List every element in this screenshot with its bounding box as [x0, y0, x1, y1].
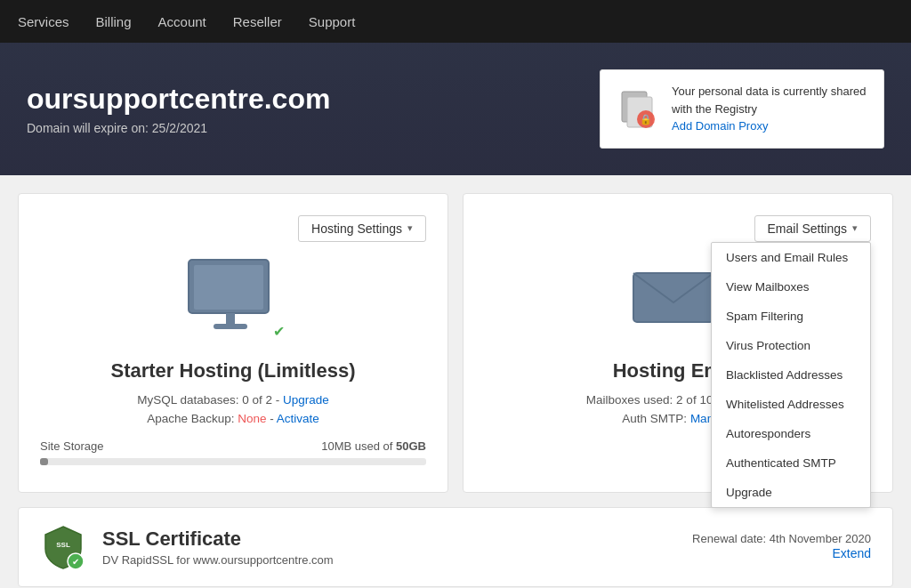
email-menu-authenticated-smtp[interactable]: Authenticated SMTP [712, 448, 870, 478]
email-card: Email Settings ▾ Users and Email Rules V… [463, 193, 893, 493]
svg-rect-6 [226, 313, 235, 326]
email-menu-virus-protection[interactable]: Virus Protection [712, 331, 870, 360]
hero-left: oursupportcentre.com Domain will expire … [27, 83, 330, 135]
ssl-renewal-date: Renewal date: 4th November 2020 [692, 532, 871, 545]
email-settings-chevron-icon: ▾ [852, 222, 858, 234]
main-content: Hosting Settings ▾ [0, 175, 911, 589]
registry-icon: 🔒 [615, 86, 659, 131]
monitor-icon: ✔ [180, 251, 286, 343]
storage-section: Site Storage 10MB used of 50GB [40, 439, 426, 465]
hosting-title: Starter Hosting (Limitless) [40, 359, 426, 383]
apache-activate-link[interactable]: Activate [277, 412, 319, 425]
email-menu-blacklisted[interactable]: Blacklisted Addresses [712, 360, 870, 390]
hosting-settings-button[interactable]: Hosting Settings ▾ [298, 215, 426, 242]
storage-bar-background [40, 458, 426, 465]
storage-label: Site Storage [40, 439, 104, 453]
svg-text:SSL: SSL [56, 541, 70, 549]
email-menu-view-mailboxes[interactable]: View Mailboxes [712, 272, 870, 302]
nav-services[interactable]: Services [18, 14, 69, 29]
nav-support[interactable]: Support [309, 14, 356, 29]
email-card-header: Email Settings ▾ Users and Email Rules V… [485, 215, 871, 242]
ssl-icon: SSL ✔ [40, 524, 86, 570]
ssl-right: Renewal date: 4th November 2020 Extend [692, 532, 871, 561]
hosting-check-icon: ✔ [269, 322, 288, 342]
domain-name: oursupportcentre.com [27, 83, 330, 116]
nav-account[interactable]: Account [158, 14, 206, 29]
hosting-settings-chevron-icon: ▾ [407, 222, 413, 234]
storage-label-row: Site Storage 10MB used of 50GB [40, 439, 426, 453]
email-menu-users-rules[interactable]: Users and Email Rules [712, 243, 870, 272]
ssl-text: SSL Certificate DV RapidSSL for www.ours… [102, 528, 334, 567]
top-navigation: Services Billing Account Reseller Suppor… [0, 0, 911, 43]
mysql-upgrade-link[interactable]: Upgrade [283, 393, 329, 407]
storage-usage: 10MB used of 50GB [321, 439, 426, 453]
storage-bar-fill [40, 458, 48, 465]
nav-reseller[interactable]: Reseller [233, 14, 282, 29]
privacy-info-box: 🔒 Your personal data is currently shared… [600, 69, 884, 149]
svg-rect-7 [214, 324, 247, 329]
svg-rect-8 [633, 273, 713, 322]
ssl-title: SSL Certificate [102, 528, 334, 551]
email-settings-button[interactable]: Email Settings ▾ [754, 215, 871, 242]
email-menu-autoresponders[interactable]: Autoresponders [712, 419, 870, 448]
ssl-left: SSL ✔ SSL Certificate DV RapidSSL for ww… [40, 524, 334, 570]
hosting-card: Hosting Settings ▾ [18, 193, 448, 493]
hosting-settings-dropdown-wrapper: Hosting Settings ▾ [298, 215, 426, 242]
ssl-subtitle: DV RapidSSL for www.oursupportcentre.com [102, 553, 334, 567]
hero-section: oursupportcentre.com Domain will expire … [0, 43, 911, 175]
mysql-info: MySQL databases: 0 of 2 - Upgrade [40, 393, 426, 407]
ssl-extend-link[interactable]: Extend [832, 546, 871, 560]
svg-text:✔: ✔ [72, 557, 79, 567]
ssl-card: SSL ✔ SSL Certificate DV RapidSSL for ww… [18, 507, 893, 587]
email-menu-spam-filtering[interactable]: Spam Filtering [712, 302, 870, 331]
domain-expiry: Domain will expire on: 25/2/2021 [27, 121, 330, 135]
nav-billing[interactable]: Billing [96, 14, 132, 29]
hosting-card-header: Hosting Settings ▾ [40, 215, 426, 242]
add-domain-proxy-link[interactable]: Add Domain Proxy [672, 119, 768, 133]
email-menu-upgrade[interactable]: Upgrade [712, 478, 870, 507]
email-menu-whitelisted[interactable]: Whitelisted Addresses [712, 390, 870, 419]
svg-text:🔒: 🔒 [640, 113, 652, 125]
apache-info: Apache Backup: None - Activate [40, 412, 426, 425]
hosting-icon-area: ✔ [40, 251, 426, 343]
registry-info-text: Your personal data is currently shared w… [672, 83, 869, 135]
email-settings-dropdown-wrapper: Email Settings ▾ Users and Email Rules V… [754, 215, 871, 242]
email-settings-dropdown-menu: Users and Email Rules View Mailboxes Spa… [711, 242, 871, 508]
svg-rect-5 [194, 265, 263, 310]
cards-row: Hosting Settings ▾ [18, 193, 893, 493]
